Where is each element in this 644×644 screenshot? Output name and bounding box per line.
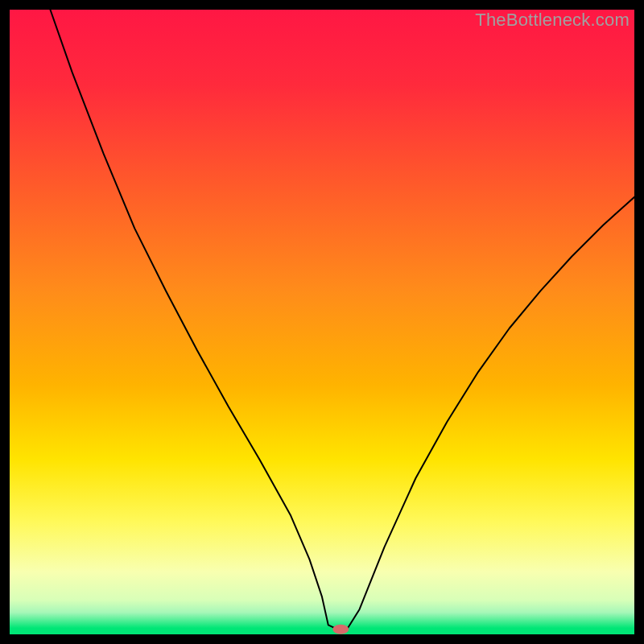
- bottleneck-chart: [10, 10, 634, 634]
- watermark-label: TheBottleneck.com: [475, 10, 630, 31]
- chart-frame: TheBottleneck.com: [10, 10, 634, 634]
- optimum-marker: [332, 625, 349, 634]
- chart-background: [10, 10, 634, 634]
